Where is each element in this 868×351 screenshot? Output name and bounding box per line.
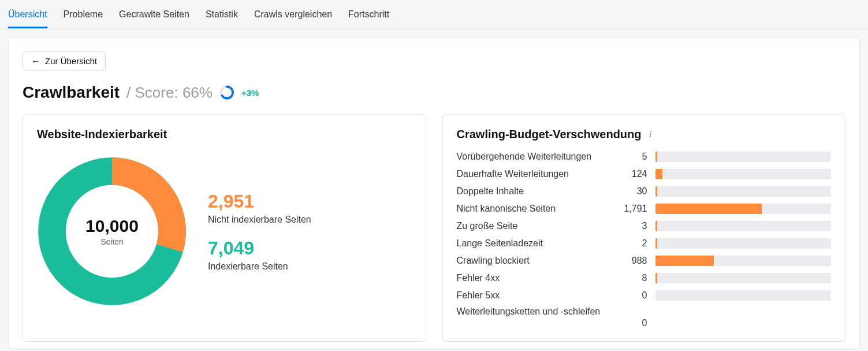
indexable-label: Indexierbare Seiten [208,261,311,272]
budget-row-value: 5 [621,152,647,162]
donut-total-value: 10,000 [85,216,139,236]
indexability-legend: 2,951 Nicht indexierbare Seiten 7,049 In… [208,191,311,272]
tab-probleme[interactable]: Probleme [64,6,103,28]
arrow-left-icon: ← [31,57,40,66]
budget-row-name: Dauerhafte Weiterleitungen [457,169,613,179]
page-title-row: Crawlbarkeit / Score: 66% +3% [23,83,845,102]
budget-row[interactable]: Zu große Seite3 [457,220,832,232]
tabs-bar: ÜbersichtProblemeGecrawlte SeitenStatist… [0,0,868,29]
budget-title: Crawling-Budget-Verschwendung i [457,128,832,141]
budget-row-bar [655,169,832,179]
budget-row-name: Zu große Seite [457,221,613,231]
budget-row-bar [655,152,832,162]
indexability-donut[interactable]: 10,000 Seiten [37,156,187,306]
budget-row-value: 0 [621,318,647,328]
budget-row-value: 0 [621,290,647,301]
budget-row-value: 3 [621,221,647,231]
budget-row-value: 988 [621,256,647,266]
budget-row-bar [655,322,832,324]
budget-row-bar [655,273,832,283]
tab-crawls-vergleichen[interactable]: Crawls vergleichen [254,6,332,28]
budget-row-name: Weiterleitungsketten und -schleifen [457,306,649,317]
budget-row[interactable]: Dauerhafte Weiterleitungen124 [457,168,832,180]
budget-row-bar [655,238,832,249]
tab-statistik[interactable]: Statistik [206,6,238,28]
budget-row-value: 8 [621,273,647,283]
budget-row-name: Lange Seitenladezeit [457,238,613,249]
budget-row-name: Crawling blockiert [457,256,613,266]
budget-row-bar [655,221,832,231]
budget-row[interactable]: Fehler 4xx8 [457,272,832,285]
indexable-value: 7,049 [208,238,311,259]
tab-gecrawlte-seiten[interactable]: Gecrawlte Seiten [119,6,189,28]
budget-row-name: Vorübergehende Weiterleitungen [457,152,613,162]
score-ring-icon [219,85,234,100]
non-indexable-value: 2,951 [208,191,311,212]
budget-row-name: Fehler 4xx [457,273,613,283]
budget-row-name: Doppelte Inhalte [457,186,613,197]
budget-row[interactable]: Doppelte Inhalte30 [457,185,832,198]
budget-row-name: Fehler 5xx [457,290,613,301]
cards-row: Website-Indexierbarkeit 10,000 Seiten 2,… [23,114,845,342]
budget-row-bar [655,256,832,266]
donut-center: 10,000 Seiten [37,156,187,306]
indexability-card: Website-Indexierbarkeit 10,000 Seiten 2,… [23,114,426,342]
info-icon[interactable]: i [646,130,655,139]
budget-row-value: 1,791 [621,204,647,214]
score-delta: +3% [241,88,259,98]
back-button[interactable]: ← Zur Übersicht [23,51,106,71]
budget-row[interactable]: Weiterleitungsketten und -schleifen0 [457,306,832,328]
tab-übersicht[interactable]: Übersicht [8,6,47,28]
budget-row[interactable]: Vorübergehende Weiterleitungen5 [457,150,832,163]
budget-card: Crawling-Budget-Verschwendung i Vorüberg… [442,114,846,342]
budget-row-name: Nicht kanonische Seiten [457,204,613,214]
budget-rows: Vorübergehende Weiterleitungen5Dauerhaft… [457,150,832,328]
tab-fortschritt[interactable]: Fortschritt [348,6,389,28]
budget-row-value: 30 [621,186,647,197]
budget-row[interactable]: Fehler 5xx0 [457,289,832,302]
budget-row-bar [655,290,832,301]
score-label: / Score: 66% [126,84,213,102]
page-panel: ← Zur Übersicht Crawlbarkeit / Score: 66… [8,37,860,349]
budget-row-value: 2 [621,238,647,249]
page-title: Crawlbarkeit [23,83,120,102]
budget-row-value: 124 [621,169,647,179]
budget-row[interactable]: Nicht kanonische Seiten1,791 [457,202,832,215]
budget-row[interactable]: Lange Seitenladezeit2 [457,237,832,250]
budget-row[interactable]: Crawling blockiert988 [457,254,832,267]
donut-total-label: Seiten [100,237,124,246]
indexability-title: Website-Indexierbarkeit [37,128,412,141]
budget-row-bar [655,186,832,197]
non-indexable-label: Nicht indexierbare Seiten [208,215,311,225]
indexability-body: 10,000 Seiten 2,951 Nicht indexierbare S… [37,150,412,312]
back-button-label: Zur Übersicht [45,56,97,66]
budget-row-bar [655,204,832,214]
